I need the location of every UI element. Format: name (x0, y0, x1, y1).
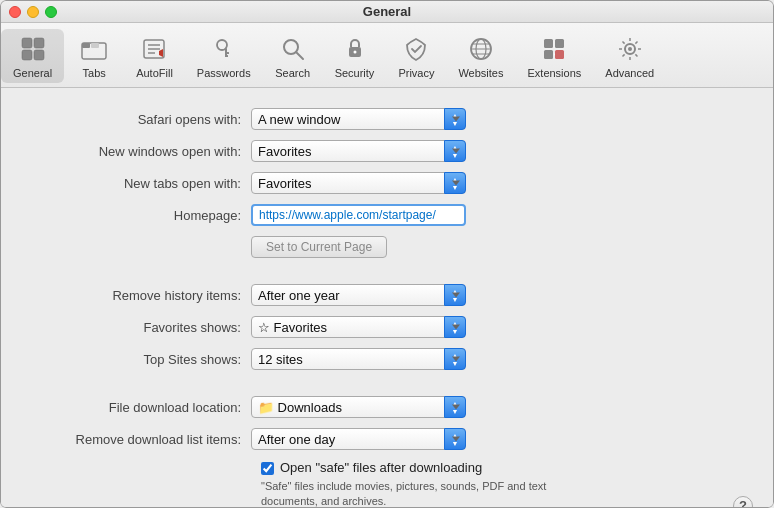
toolbar-label-privacy: Privacy (398, 67, 434, 79)
svg-rect-2 (22, 50, 32, 60)
maximize-button[interactable] (45, 6, 57, 18)
new-windows-label: New windows open with: (31, 144, 251, 159)
favorites-shows-arrow[interactable] (444, 316, 466, 338)
toolbar-label-extensions: Extensions (527, 67, 581, 79)
toolbar-label-general: General (13, 67, 52, 79)
svg-point-19 (353, 51, 356, 54)
remove-history-select[interactable]: After one year (251, 284, 466, 306)
new-windows-select-wrapper: Favorites (251, 140, 466, 162)
toolbar-label-passwords: Passwords (197, 67, 251, 79)
toolbar-item-search[interactable]: Search (263, 29, 323, 83)
search-icon (277, 33, 309, 65)
file-download-select-wrapper: 📁 Downloads (251, 396, 466, 418)
svg-rect-25 (544, 39, 553, 48)
toolbar-label-security: Security (335, 67, 375, 79)
remove-history-label: Remove history items: (31, 288, 251, 303)
toolbar-item-tabs[interactable]: Tabs (64, 29, 124, 83)
traffic-lights (9, 6, 57, 18)
autofill-icon (138, 33, 170, 65)
top-sites-select[interactable]: 12 sites (251, 348, 466, 370)
favorites-shows-row: Favorites shows: ☆ Favorites (31, 316, 743, 338)
homepage-input[interactable] (251, 204, 466, 226)
remove-history-select-wrapper: After one year (251, 284, 466, 306)
file-download-select[interactable]: 📁 Downloads (251, 396, 466, 418)
new-tabs-select-wrapper: Favorites (251, 172, 466, 194)
new-windows-row: New windows open with: Favorites (31, 140, 743, 162)
svg-rect-1 (34, 38, 44, 48)
favorites-shows-select-wrapper: ☆ Favorites (251, 316, 466, 338)
toolbar-item-passwords[interactable]: Passwords (185, 29, 263, 83)
safari-opens-row: Safari opens with: A new window (31, 108, 743, 130)
passwords-icon (208, 33, 240, 65)
toolbar-item-security[interactable]: Security (323, 29, 387, 83)
svg-rect-6 (91, 43, 99, 48)
websites-icon (465, 33, 497, 65)
privacy-icon (400, 33, 432, 65)
minimize-button[interactable] (27, 6, 39, 18)
new-tabs-arrow[interactable] (444, 172, 466, 194)
toolbar-label-autofill: AutoFill (136, 67, 173, 79)
set-current-page-row: Set to Current Page (31, 236, 743, 258)
toolbar-item-autofill[interactable]: AutoFill (124, 29, 185, 83)
new-tabs-select[interactable]: Favorites (251, 172, 466, 194)
open-safe-files-row: Open "safe" files after downloading (261, 460, 743, 475)
safe-files-description: "Safe" files include movies, pictures, s… (261, 479, 561, 508)
remove-download-label: Remove download list items: (31, 432, 251, 447)
remove-download-arrow[interactable] (444, 428, 466, 450)
svg-rect-3 (34, 50, 44, 60)
svg-marker-11 (159, 49, 163, 57)
toolbar-item-websites[interactable]: Websites (446, 29, 515, 83)
safari-opens-select[interactable]: A new window (251, 108, 466, 130)
top-sites-arrow[interactable] (444, 348, 466, 370)
security-icon (339, 33, 371, 65)
toolbar-label-tabs: Tabs (83, 67, 106, 79)
window-title: General (363, 4, 411, 19)
favorites-shows-label: Favorites shows: (31, 320, 251, 335)
svg-point-30 (628, 47, 632, 51)
svg-rect-26 (555, 39, 564, 48)
set-current-page-button[interactable]: Set to Current Page (251, 236, 387, 258)
open-safe-files-checkbox[interactable] (261, 462, 274, 475)
settings-content: Safari opens with: A new window New wind… (1, 88, 773, 508)
remove-download-select-wrapper: After one day (251, 428, 466, 450)
remove-history-arrow[interactable] (444, 284, 466, 306)
toolbar-item-privacy[interactable]: Privacy (386, 29, 446, 83)
general-icon (17, 33, 49, 65)
top-sites-select-wrapper: 12 sites (251, 348, 466, 370)
safari-opens-label: Safari opens with: (31, 112, 251, 127)
file-download-arrow[interactable] (444, 396, 466, 418)
svg-rect-27 (544, 50, 553, 59)
new-tabs-row: New tabs open with: Favorites (31, 172, 743, 194)
help-button[interactable]: ? (733, 496, 753, 508)
safari-opens-arrow[interactable] (444, 108, 466, 130)
toolbar-label-websites: Websites (458, 67, 503, 79)
remove-history-row: Remove history items: After one year (31, 284, 743, 306)
homepage-row: Homepage: (31, 204, 743, 226)
toolbar-label-search: Search (275, 67, 310, 79)
top-sites-row: Top Sites shows: 12 sites (31, 348, 743, 370)
titlebar: General (1, 1, 773, 23)
homepage-label: Homepage: (31, 208, 251, 223)
svg-rect-5 (82, 43, 90, 48)
svg-rect-14 (225, 52, 229, 54)
new-windows-arrow[interactable] (444, 140, 466, 162)
toolbar: General Tabs A (1, 23, 773, 88)
svg-line-17 (296, 52, 303, 59)
remove-download-select[interactable]: After one day (251, 428, 466, 450)
file-download-row: File download location: 📁 Downloads (31, 396, 743, 418)
svg-rect-28 (555, 50, 564, 59)
tabs-icon (78, 33, 110, 65)
window: General General Tabs (0, 0, 774, 508)
new-windows-select[interactable]: Favorites (251, 140, 466, 162)
toolbar-item-advanced[interactable]: Advanced (593, 29, 666, 83)
open-safe-files-label[interactable]: Open "safe" files after downloading (280, 460, 482, 475)
safari-opens-select-wrapper: A new window (251, 108, 466, 130)
svg-line-35 (622, 42, 624, 44)
favorites-shows-select[interactable]: ☆ Favorites (251, 316, 466, 338)
close-button[interactable] (9, 6, 21, 18)
extensions-icon (538, 33, 570, 65)
toolbar-item-extensions[interactable]: Extensions (515, 29, 593, 83)
toolbar-item-general[interactable]: General (1, 29, 64, 83)
svg-rect-0 (22, 38, 32, 48)
top-sites-label: Top Sites shows: (31, 352, 251, 367)
